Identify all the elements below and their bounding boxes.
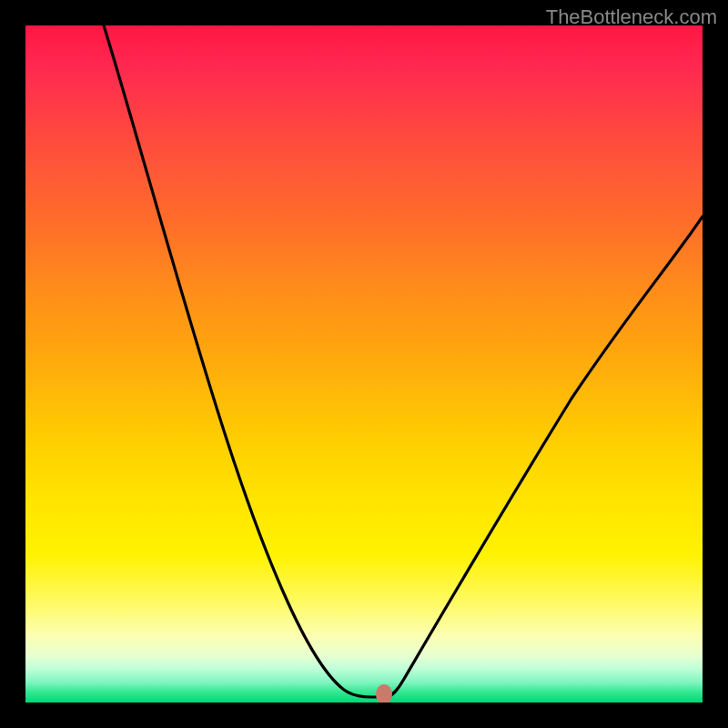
bottleneck-curve [104,25,703,697]
minimum-marker [376,684,392,703]
curve-layer [25,25,703,703]
attribution-text: TheBottleneck.com [546,5,717,29]
plot-area [25,25,703,703]
